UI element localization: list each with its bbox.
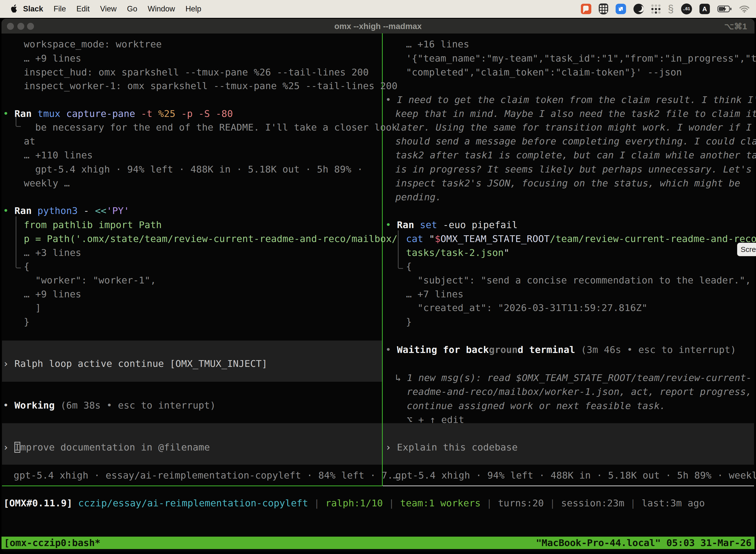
apple-menu[interactable]: Slack	[11, 4, 43, 14]
terminal-text-segment: |	[624, 498, 642, 509]
terminal-text-segment: set	[420, 219, 443, 230]
output-connector	[16, 216, 21, 268]
menu-item-file[interactable]: File	[54, 4, 66, 13]
terminal-line: keep that in mind. Maybe I also need the…	[395, 108, 756, 119]
terminal-text-segment: gpt-5.4 xhigh · essay/ai-reimplementatio…	[14, 470, 399, 481]
terminal-text-segment: Explain this codebase	[397, 442, 518, 453]
ralph-loop-status: › Ralph loop active continue [OMX_TMUX_I…	[3, 358, 267, 369]
terminal-line: is in progress? It seems likely but perh…	[395, 164, 752, 175]
terminal-text-segment: }	[406, 316, 412, 327]
terminal-text-segment: last:3m ago	[642, 498, 705, 509]
terminal-line: cat "$OMX_TEAM_STATE_ROOT/team/review-cu…	[406, 233, 756, 244]
terminal-text-segment: ›	[385, 442, 397, 453]
terminal-line: … +7 lines	[406, 288, 463, 300]
menu-item-view[interactable]: View	[100, 4, 117, 13]
terminal-text-segment: inspect_hud: omx sparkshell --tmux-pane …	[24, 67, 369, 78]
terminal-text-segment: /team/review-current-readme-and-reco/	[550, 233, 756, 244]
terminal-line: … +110 lines	[24, 150, 93, 161]
terminal-text-segment: •	[3, 205, 14, 216]
terminal-text-segment: •	[3, 108, 14, 119]
terminal-line: "created_at": "2026-03-31T11:59:27.816Z"	[406, 302, 647, 314]
terminal-line: }	[406, 316, 412, 327]
terminal-text-segment: 1 new msg(s): read $OMX_TEAM_STATE_ROOT/…	[407, 372, 752, 383]
terminal-line: "completed","claim_token":"claim-token"}…	[406, 66, 682, 78]
window-titlebar[interactable]: omx --xhigh --madmax ⌥⌘1	[1, 19, 755, 34]
terminal-text-segment: -80	[216, 108, 233, 119]
terminal-text-segment: [OMX#0.11.9]	[3, 498, 72, 509]
working-status: • Working (6m 38s • esc to interrupt)	[3, 400, 216, 411]
command-ran-python3: • Ran python3 - <<'PY'	[3, 205, 129, 216]
terminal-text-segment: -euo pipefail	[443, 219, 518, 230]
terminal-text-segment: gpt-5.4 xhigh · 94% left · 488K in · 5.1…	[35, 164, 363, 175]
terminal-text-segment: groun	[489, 344, 518, 355]
terminal-text-segment: $	[435, 233, 441, 244]
terminal-text-segment: … +9 lines	[24, 53, 81, 64]
command-ran-tmux: • Ran tmux capture-pane -t %25 -p -S -80	[3, 108, 233, 119]
terminal-line: gpt-5.4 xhigh · 94% left · 488K in · 5.1…	[35, 164, 363, 175]
terminal-text-segment: … +110 lines	[24, 150, 93, 161]
terminal-text-segment: "	[504, 247, 509, 258]
terminal-text-segment: inspect_worker-1: omx sparkshell --tmux-…	[24, 80, 397, 91]
terminal-text-segment: later. Using the same for transition mig…	[395, 122, 752, 133]
wifi-icon[interactable]	[739, 5, 750, 13]
tmux-pane-divider[interactable]	[382, 33, 383, 486]
terminal-text-segment: at	[24, 136, 35, 147]
chat-app-icon[interactable]	[581, 4, 591, 14]
desktop-screen: { "colors": { "pane_border_active": "#43…	[0, 0, 756, 554]
terminal-line: inspect_hud: omx sparkshell --tmux-pane …	[24, 66, 369, 78]
crescent-icon[interactable]	[633, 4, 644, 14]
terminal-line: weekly …	[24, 177, 70, 189]
tmux-status-bar: [omx-cczip0:bash* "MacBook-Pro-44.local"…	[1, 537, 755, 549]
terminal-text-segment: •	[385, 219, 397, 230]
terminal-text-segment: }	[24, 316, 29, 327]
terminal-line: … +3 lines	[24, 247, 81, 258]
terminal-line: '{"team_name":"my-team","task_id":"1","f…	[406, 53, 756, 64]
terminal-text-segment: {	[24, 261, 29, 272]
terminal-line: should send a message before completing …	[395, 135, 756, 147]
blue-badge-icon[interactable]	[616, 4, 626, 14]
terminal-text-segment: … +9 lines	[24, 289, 81, 299]
menu-item-go[interactable]: Go	[127, 4, 137, 13]
menu-item-help[interactable]: Help	[186, 4, 201, 13]
terminal-line: "worker": "worker-1",	[24, 275, 156, 286]
terminal-line: later. Using the same for transition mig…	[395, 122, 752, 133]
terminal-text-segment: cczip/essay/ai-reimplementation-copyleft	[78, 498, 308, 509]
window-shortcut-hint: ⌥⌘1	[724, 19, 747, 34]
terminal-text-segment: "completed","claim_token":"claim-token"}…	[406, 67, 682, 78]
screen-tooltip: Scre	[737, 243, 756, 256]
s-curve-icon[interactable]: §	[668, 4, 674, 14]
menu-item-window[interactable]: Window	[147, 4, 175, 13]
dots-grid-icon[interactable]	[651, 4, 660, 14]
terminal-text-segment: ›	[3, 358, 14, 369]
window-title: omx --xhigh --madmax	[1, 19, 755, 34]
percent-badge-icon[interactable]: ..61	[681, 3, 692, 14]
tmux-host-clock-label: "MacBook-Pro-44.local" 05:03 31-Mar-26	[536, 537, 755, 548]
terminal-line: {	[24, 261, 29, 272]
terminal-text-segment: {	[406, 261, 412, 272]
terminal-line: {	[406, 261, 412, 272]
shield-grid-icon[interactable]	[599, 3, 608, 14]
terminal-text-segment: -S	[198, 108, 216, 119]
prompt-placeholder-right: › Explain this codebase	[385, 442, 518, 453]
terminal-text-segment: 'PY'	[107, 205, 129, 216]
battery-icon[interactable]	[717, 5, 732, 13]
terminal-text-segment: mprove documentation in @filename	[20, 442, 210, 453]
terminal-line: }	[24, 316, 29, 327]
menu-item-edit[interactable]: Edit	[76, 4, 89, 13]
omx-status-line: [OMX#0.11.9] cczip/essay/ai-reimplementa…	[3, 497, 705, 509]
edit-hint: ⌥ + ↑ edit	[407, 414, 464, 426]
terminal-text-segment: readme-and-reco/mailbox/worker-1.json, a…	[407, 386, 752, 397]
terminal-text-segment: Ralph loop active continue [OMX_TMUX_INJ…	[14, 358, 267, 369]
terminal-text-segment: python3	[38, 205, 83, 216]
terminal-line: p = Path('.omx/state/team/review-current…	[24, 233, 397, 244]
terminal-text-segment: I need to get the claim token from the c…	[397, 94, 756, 105]
terminal-text-segment: %25	[158, 108, 181, 119]
terminal-text-segment: cat	[406, 233, 429, 244]
terminal-text-segment: tasks/task-2.json	[406, 247, 504, 258]
terminal-text-segment: Ran	[14, 205, 38, 216]
terminal-text-segment: <<	[95, 205, 107, 216]
tmux-session-label: [omx-cczip0:bash*	[1, 537, 101, 548]
terminal-line: inspect task2's JSON, focusing on the st…	[395, 177, 740, 189]
terminal-line: be necessary for the end of the README. …	[35, 122, 397, 133]
input-source-icon[interactable]: A	[699, 4, 710, 14]
